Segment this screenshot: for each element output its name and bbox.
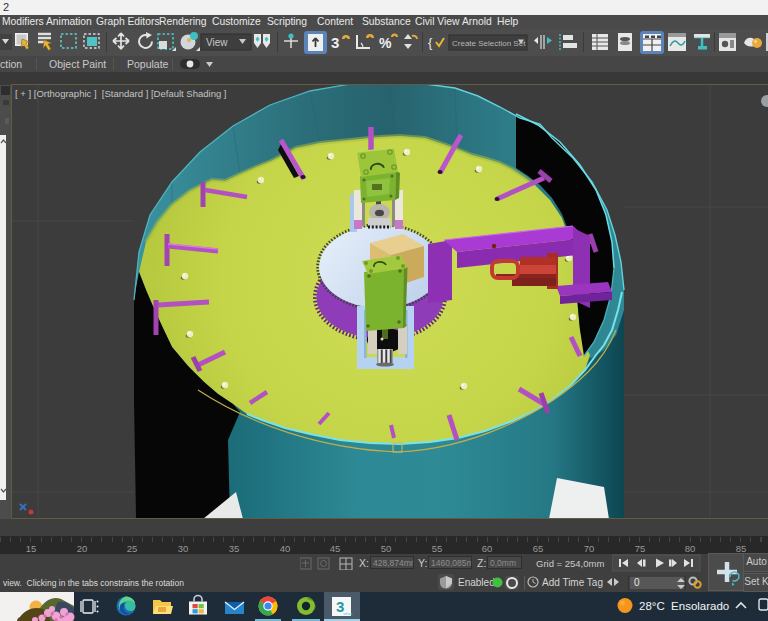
svg-text:3: 3	[331, 34, 339, 51]
svg-text:{: {	[428, 35, 433, 50]
svg-text:View: View	[206, 37, 228, 48]
svg-text:%: %	[379, 35, 392, 51]
svg-text:Create Selection Set: Create Selection Set	[452, 39, 526, 48]
svg-text:smax: smax	[343, 611, 353, 616]
svg-text:28°C Ensolarado: 28°C Ensolarado	[639, 600, 729, 612]
